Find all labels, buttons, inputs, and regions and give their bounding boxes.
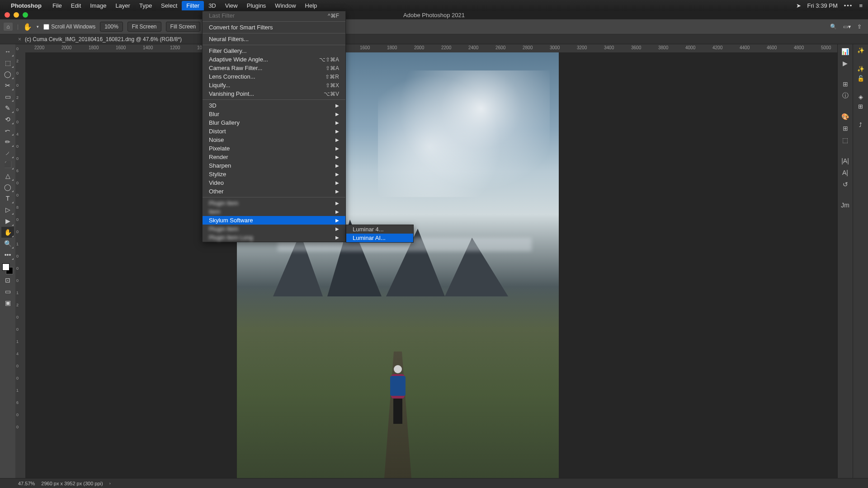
right-panel-icon-4[interactable]: 🎨 <box>840 112 851 121</box>
right-panel-icon-7[interactable]: |A| <box>840 156 851 165</box>
right-panel-icon-0[interactable]: 📊 <box>840 47 851 56</box>
document-tab-label[interactable]: (c) Cuma Cevik_IMG_20180416_160821.dng @… <box>25 36 182 42</box>
menu-layer[interactable]: Layer <box>111 1 135 10</box>
color-swatches[interactable] <box>2 263 13 274</box>
tool-16[interactable]: ✋ <box>1 227 14 238</box>
tool-15[interactable]: ▶ <box>1 216 14 226</box>
tool-14[interactable]: ▷ <box>1 204 14 215</box>
menu-file[interactable]: File <box>48 1 66 10</box>
tool-7[interactable]: ⤺ <box>1 125 14 136</box>
status-arrow-icon[interactable]: › <box>109 481 111 486</box>
menu-window[interactable]: Window <box>270 1 300 10</box>
right-panel2-icon-1[interactable]: ✨ <box>857 66 864 72</box>
filter-menu-item[interactable]: Blur Gallery▶ <box>203 118 345 127</box>
search-icon[interactable]: 🔍 <box>830 23 837 30</box>
mode-icon[interactable]: ⊡ <box>1 275 14 286</box>
filter-menu-item[interactable]: Neural Filters... <box>203 35 345 43</box>
tool-6[interactable]: ⟲ <box>1 114 14 125</box>
workspace-icon[interactable]: ▭▾ <box>843 23 851 30</box>
filter-menu-item[interactable]: Adaptive Wide Angle...⌥⇧⌘A <box>203 55 345 64</box>
filter-menu-item[interactable]: Camera Raw Filter...⇧⌘A <box>203 64 345 72</box>
tool-13[interactable]: T <box>1 193 14 204</box>
canvas-area[interactable] <box>25 52 837 478</box>
scroll-all-windows-checkbox[interactable]: Scroll All Windows <box>43 23 95 30</box>
app-name[interactable]: Photoshop <box>11 2 42 9</box>
status-zoom[interactable]: 47.57% <box>18 481 35 486</box>
zoom-100-button[interactable]: 100% <box>100 22 123 32</box>
submenu-item[interactable]: Luminar AI... <box>346 234 413 242</box>
right-panel2-icon-5[interactable]: ⤴ <box>859 122 862 128</box>
home-button[interactable]: ⌂ <box>4 23 13 31</box>
filter-menu-item[interactable]: Lens Correction...⇧⌘R <box>203 72 345 81</box>
filter-menu-item[interactable]: Distort▶ <box>203 127 345 136</box>
filter-menu-item[interactable]: Item▶ <box>203 207 345 216</box>
filter-menu-item[interactable]: Plugin Item▶ <box>203 225 345 233</box>
menubar-extra-icon[interactable]: ➤ <box>796 2 801 9</box>
fit-screen-button[interactable]: Fit Screen <box>127 22 161 32</box>
right-panel2-icon-0[interactable]: ✨ <box>857 47 864 54</box>
right-panel-icon-10[interactable]: Jm <box>840 201 851 210</box>
filter-menu-item[interactable]: Blur▶ <box>203 110 345 118</box>
minimize-window-button[interactable] <box>14 12 19 18</box>
tool-9[interactable]: ⟋ <box>1 148 14 159</box>
right-panel2-icon-2[interactable]: 🔓 <box>857 75 864 82</box>
scroll-all-checkbox-input[interactable] <box>43 24 49 30</box>
tool-17[interactable]: 🔍 <box>1 238 14 249</box>
menu-select[interactable]: Select <box>156 1 182 10</box>
right-panel-icon-5[interactable]: ⊞ <box>840 124 851 133</box>
tool-11[interactable]: △ <box>1 170 14 181</box>
menu-plugins[interactable]: Plugins <box>242 1 271 10</box>
filter-menu-item[interactable]: Plugin Item▶ <box>203 199 345 207</box>
filter-menu-item[interactable]: Convert for Smart Filters <box>203 23 345 32</box>
filter-menu-item[interactable]: Skylum Software▶ <box>203 216 345 225</box>
right-panel-icon-3[interactable]: ⓘ <box>840 91 851 100</box>
tool-1[interactable]: ⬚ <box>1 57 14 68</box>
menu-type[interactable]: Type <box>135 1 156 10</box>
tool-5[interactable]: ✎ <box>1 103 14 113</box>
filter-menu-item[interactable]: Stylize▶ <box>203 170 345 178</box>
menu-view[interactable]: View <box>221 1 242 10</box>
tool-preset-dropdown-icon[interactable]: ▾ <box>37 24 39 29</box>
filter-menu-item[interactable]: Noise▶ <box>203 136 345 144</box>
right-panel-icon-2[interactable]: ⊞ <box>840 80 851 89</box>
tool-8[interactable]: ✏ <box>1 136 14 147</box>
tool-0[interactable]: ↔ <box>1 46 14 57</box>
filter-menu-item[interactable]: Plugin Item Long▶ <box>203 233 345 242</box>
filter-menu-item[interactable]: Render▶ <box>203 153 345 161</box>
tool-3[interactable]: ✂ <box>1 80 14 91</box>
fill-screen-button[interactable]: Fill Screen <box>166 22 201 32</box>
filter-menu-item[interactable]: Pixelate▶ <box>203 144 345 153</box>
menubar-lines-icon[interactable]: ≡ <box>859 2 863 9</box>
menubar-clock[interactable]: Fri 3:39 PM <box>807 2 838 9</box>
tool-2[interactable]: ◯ <box>1 69 14 80</box>
filter-menu-item[interactable]: Filter Gallery... <box>203 47 345 55</box>
right-panel-icon-8[interactable]: A| <box>840 168 851 177</box>
menu-help[interactable]: Help <box>301 1 322 10</box>
filter-menu-item[interactable]: Video▶ <box>203 178 345 187</box>
filter-menu-item[interactable]: Sharpen▶ <box>203 161 345 170</box>
tool-18[interactable]: ••• <box>1 249 14 260</box>
close-tab-icon[interactable]: × <box>18 36 21 42</box>
menu-filter[interactable]: Filter <box>182 1 204 10</box>
menu-edit[interactable]: Edit <box>66 1 85 10</box>
right-panel2-icon-3[interactable]: ◈ <box>859 94 863 100</box>
hand-tool-icon[interactable]: ✋ <box>23 23 32 31</box>
menu-3d[interactable]: 3D <box>204 1 221 10</box>
share-icon[interactable]: ⇪ <box>857 23 862 30</box>
filter-menu-item[interactable]: 3D▶ <box>203 101 345 110</box>
submenu-item[interactable]: Luminar 4... <box>346 225 413 234</box>
menu-image[interactable]: Image <box>85 1 111 10</box>
close-window-button[interactable] <box>5 12 10 18</box>
filter-menu-item[interactable]: Liquify...⇧⌘X <box>203 81 345 89</box>
maximize-window-button[interactable] <box>23 12 28 18</box>
mode-icon[interactable]: ▭ <box>1 286 14 297</box>
tool-4[interactable]: ▭ <box>1 91 14 102</box>
filter-menu-item[interactable]: Other▶ <box>203 187 345 196</box>
right-panel-icon-9[interactable]: ↺ <box>840 180 851 189</box>
status-dimensions[interactable]: 2960 px x 3952 px (300 ppi) <box>41 481 103 486</box>
right-panel-icon-1[interactable]: ▶ <box>840 59 851 68</box>
menubar-dots-icon[interactable]: ••• <box>844 2 853 9</box>
right-panel2-icon-4[interactable]: ⊞ <box>858 103 863 110</box>
mode-icon[interactable]: ▣ <box>1 297 14 308</box>
filter-menu-item[interactable]: Vanishing Point...⌥⌘V <box>203 89 345 98</box>
